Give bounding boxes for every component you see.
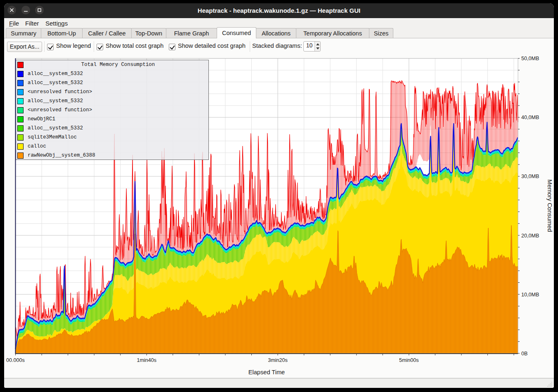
svg-text:Memory Consumed: Memory Consumed [546, 179, 553, 232]
svg-text:00.000s: 00.000s [6, 357, 25, 363]
svg-text:3min20s: 3min20s [268, 357, 288, 363]
svg-text:Elapsed Time: Elapsed Time [248, 369, 285, 376]
svg-text:0B: 0B [521, 351, 527, 357]
svg-text:5min00s: 5min00s [399, 357, 419, 363]
svg-text:20,0MB: 20,0MB [521, 233, 539, 239]
svg-text:10,0MB: 10,0MB [521, 292, 539, 298]
svg-text:1min40s: 1min40s [137, 357, 156, 363]
svg-text:30,0MB: 30,0MB [521, 174, 539, 179]
svg-text:40,0MB: 40,0MB [521, 115, 539, 120]
svg-text:50,0MB: 50,0MB [521, 56, 539, 61]
